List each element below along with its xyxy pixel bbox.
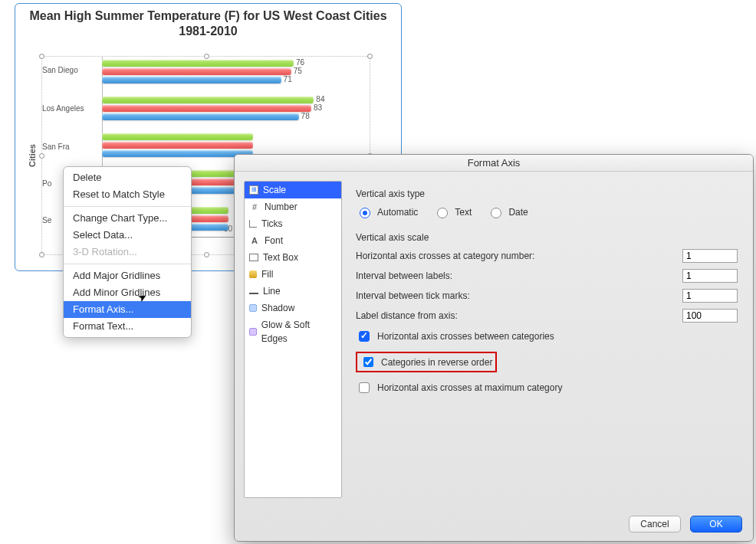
bar[interactable] bbox=[102, 150, 253, 157]
bar-value: 78 bbox=[301, 112, 310, 120]
menu-item[interactable]: Format Axis... bbox=[64, 301, 191, 318]
radio-automatic-input[interactable] bbox=[360, 208, 370, 218]
resize-handle[interactable] bbox=[367, 54, 373, 59]
bar[interactable] bbox=[102, 142, 253, 149]
field-interval-labels: Interval between labels: bbox=[356, 269, 738, 283]
line-icon bbox=[249, 293, 258, 294]
category-label: San Diego bbox=[42, 66, 96, 74]
sidebar-item-number[interactable]: Number bbox=[245, 198, 341, 215]
y-axis-label: Cities bbox=[28, 144, 37, 167]
menu-item[interactable]: Add Major Gridlines bbox=[64, 267, 191, 284]
sidebar-item-label: Shadow bbox=[261, 301, 294, 315]
shadow-icon bbox=[249, 304, 257, 312]
sidebar-item-scale[interactable]: ⊞Scale bbox=[245, 182, 341, 198]
sidebar-item-label: Font bbox=[265, 234, 283, 247]
resize-handle[interactable] bbox=[39, 54, 44, 59]
font-icon bbox=[249, 235, 260, 246]
field-label: Interval between tick marks: bbox=[356, 290, 470, 301]
bar-value: 84 bbox=[316, 95, 324, 103]
context-menu: DeleteReset to Match StyleChange Chart T… bbox=[63, 166, 192, 338]
menu-item[interactable]: Reset to Match Style bbox=[64, 186, 191, 203]
field-label: Label distance from axis: bbox=[356, 310, 458, 321]
ok-button[interactable]: OK bbox=[690, 516, 742, 533]
sidebar-item-label: Line bbox=[263, 284, 281, 298]
resize-handle[interactable] bbox=[39, 153, 44, 159]
sidebar-item-label: Fill bbox=[261, 267, 273, 281]
radio-automatic[interactable]: Automatic bbox=[356, 205, 418, 218]
reverse-order-highlight: Categories in reverse order bbox=[356, 352, 497, 372]
bar[interactable]: 71 bbox=[102, 77, 281, 84]
category-label: San Fra bbox=[42, 143, 96, 151]
check-label: Horizontal axis crosses at maximum categ… bbox=[377, 382, 562, 393]
interval-ticks-input[interactable] bbox=[682, 289, 738, 303]
radio-date-input[interactable] bbox=[491, 208, 501, 218]
resize-handle[interactable] bbox=[39, 252, 44, 257]
sidebar-item-fill[interactable]: Fill bbox=[245, 266, 341, 283]
chart-title: Mean High Summer Temperature (F) for US … bbox=[15, 4, 401, 41]
bar[interactable]: 78 bbox=[102, 113, 299, 120]
menu-item[interactable]: Change Chart Type... bbox=[64, 210, 191, 227]
check-at-maximum[interactable]: Horizontal axis crosses at maximum categ… bbox=[356, 380, 738, 395]
bar-value: 83 bbox=[314, 103, 322, 112]
resize-handle[interactable] bbox=[204, 252, 209, 257]
axis-type-radios: Automatic Text Date bbox=[356, 205, 738, 218]
menu-item[interactable]: Format Text... bbox=[64, 318, 191, 335]
fill-icon bbox=[249, 270, 257, 278]
menu-item: 3-D Rotation... bbox=[64, 244, 191, 261]
bar[interactable]: 84 bbox=[102, 97, 314, 103]
bar[interactable] bbox=[102, 133, 253, 140]
check-reverse-order-input[interactable] bbox=[363, 357, 373, 367]
category-label: Los Angeles bbox=[42, 104, 96, 113]
glow-icon bbox=[249, 328, 257, 336]
format-axis-dialog: Format Axis ⊞ScaleNumberTicksFontText Bo… bbox=[234, 154, 754, 542]
ticks-icon bbox=[249, 220, 257, 228]
field-label: Interval between labels: bbox=[356, 270, 452, 281]
sidebar-item-textbox[interactable]: Text Box bbox=[245, 249, 341, 266]
crosses-at-input[interactable] bbox=[682, 249, 738, 263]
axis-scale-heading: Vertical axis scale bbox=[356, 232, 738, 243]
axis-type-heading: Vertical axis type bbox=[356, 188, 738, 199]
check-at-maximum-input[interactable] bbox=[359, 382, 370, 393]
sidebar-item-ticks[interactable]: Ticks bbox=[245, 215, 341, 232]
bar-value: 75 bbox=[294, 67, 302, 75]
radio-text-input[interactable] bbox=[437, 208, 448, 218]
sidebar-item-shadow[interactable]: Shadow bbox=[245, 300, 341, 316]
radio-date[interactable]: Date bbox=[487, 205, 528, 218]
dialog-content: Vertical axis type Automatic Text Date V… bbox=[348, 172, 753, 507]
sidebar-item-label: Glow & Soft Edges bbox=[261, 318, 337, 346]
dialog-title: Format Axis bbox=[235, 155, 753, 172]
sidebar-item-glow[interactable]: Glow & Soft Edges bbox=[245, 316, 341, 347]
label-distance-input[interactable] bbox=[682, 309, 738, 323]
dialog-sidebar: ⊞ScaleNumberTicksFontText BoxFillLineSha… bbox=[244, 181, 342, 498]
menu-item[interactable]: Add Minor Gridlines bbox=[64, 284, 191, 301]
sidebar-item-line[interactable]: Line bbox=[245, 283, 341, 300]
bar-value: 76 bbox=[296, 58, 304, 67]
field-label-distance: Label distance from axis: bbox=[356, 309, 738, 323]
check-between-categories-input[interactable] bbox=[359, 331, 370, 342]
field-interval-ticks: Interval between tick marks: bbox=[356, 289, 738, 303]
check-label: Horizontal axis crosses between categori… bbox=[377, 331, 554, 342]
number-icon bbox=[249, 202, 260, 212]
menu-item[interactable]: Delete bbox=[64, 169, 191, 186]
scale-icon: ⊞ bbox=[249, 185, 258, 195]
field-label: Horizontal axis crosses at category numb… bbox=[356, 251, 534, 261]
radio-text[interactable]: Text bbox=[433, 205, 472, 218]
bar[interactable]: 75 bbox=[102, 68, 291, 75]
sidebar-item-label: Number bbox=[265, 200, 297, 214]
dialog-footer: Cancel OK bbox=[235, 507, 753, 541]
sidebar-item-label: Scale bbox=[263, 183, 286, 197]
check-label: Categories in reverse order bbox=[381, 357, 492, 368]
bar[interactable]: 76 bbox=[102, 60, 294, 67]
sidebar-item-label: Ticks bbox=[261, 217, 283, 231]
check-between-categories[interactable]: Horizontal axis crosses between categori… bbox=[356, 329, 738, 344]
bar[interactable]: 83 bbox=[102, 105, 311, 112]
textbox-icon bbox=[249, 254, 258, 261]
sidebar-item-label: Text Box bbox=[263, 251, 298, 264]
sidebar-item-font[interactable]: Font bbox=[245, 232, 341, 249]
field-crosses-at: Horizontal axis crosses at category numb… bbox=[356, 249, 738, 263]
menu-item[interactable]: Select Data... bbox=[64, 227, 191, 244]
bar-value: 71 bbox=[284, 75, 292, 84]
interval-labels-input[interactable] bbox=[682, 269, 738, 283]
cancel-button[interactable]: Cancel bbox=[629, 516, 681, 533]
